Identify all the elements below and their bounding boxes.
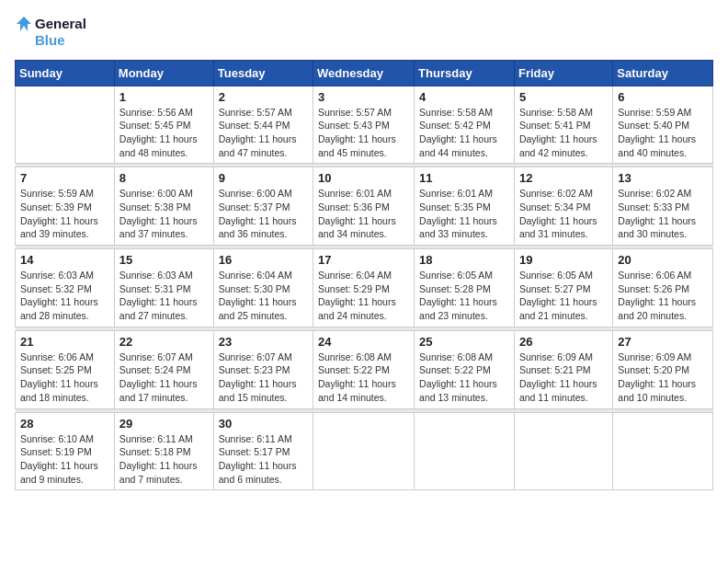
- day-info: Sunrise: 6:07 AMSunset: 5:24 PMDaylight:…: [119, 350, 209, 405]
- calendar-week-2: 7Sunrise: 5:59 AMSunset: 5:39 PMDaylight…: [16, 167, 713, 246]
- page-header: General Blue: [15, 15, 713, 49]
- day-info: Sunrise: 5:57 AMSunset: 5:44 PMDaylight:…: [219, 106, 308, 160]
- calendar-cell: 5Sunrise: 5:58 AMSunset: 5:41 PMDaylight…: [514, 86, 612, 164]
- day-info: Sunrise: 6:08 AMSunset: 5:22 PMDaylight:…: [318, 350, 409, 405]
- day-number: 13: [618, 171, 708, 185]
- day-info: Sunrise: 5:59 AMSunset: 5:39 PMDaylight:…: [20, 187, 109, 241]
- calendar-cell: 19Sunrise: 6:05 AMSunset: 5:27 PMDayligh…: [514, 249, 612, 327]
- header-day-wednesday: Wednesday: [313, 60, 415, 86]
- day-info: Sunrise: 5:59 AMSunset: 5:40 PMDaylight:…: [618, 106, 708, 160]
- calendar-week-4: 21Sunrise: 6:06 AMSunset: 5:25 PMDayligh…: [16, 330, 713, 408]
- calendar-week-5: 28Sunrise: 6:10 AMSunset: 5:19 PMDayligh…: [16, 412, 713, 490]
- day-number: 3: [318, 90, 409, 104]
- day-info: Sunrise: 6:04 AMSunset: 5:30 PMDaylight:…: [219, 269, 308, 323]
- calendar-cell: 18Sunrise: 6:05 AMSunset: 5:28 PMDayligh…: [415, 249, 515, 327]
- calendar-cell: 6Sunrise: 5:59 AMSunset: 5:40 PMDaylight…: [613, 86, 713, 164]
- day-number: 5: [519, 90, 608, 104]
- day-info: Sunrise: 5:56 AMSunset: 5:45 PMDaylight:…: [119, 106, 209, 160]
- calendar-cell: 3Sunrise: 5:57 AMSunset: 5:43 PMDaylight…: [313, 86, 415, 164]
- day-number: 1: [119, 90, 209, 104]
- day-number: 27: [618, 335, 708, 349]
- calendar-cell: 20Sunrise: 6:06 AMSunset: 5:26 PMDayligh…: [613, 249, 713, 327]
- day-info: Sunrise: 6:02 AMSunset: 5:33 PMDaylight:…: [618, 187, 708, 241]
- day-info: Sunrise: 6:11 AMSunset: 5:17 PMDaylight:…: [219, 432, 308, 487]
- day-info: Sunrise: 6:06 AMSunset: 5:26 PMDaylight:…: [618, 269, 708, 323]
- day-number: 19: [519, 253, 608, 267]
- day-number: 15: [119, 253, 209, 267]
- day-info: Sunrise: 6:01 AMSunset: 5:36 PMDaylight:…: [318, 187, 409, 241]
- calendar-cell: 24Sunrise: 6:08 AMSunset: 5:22 PMDayligh…: [313, 330, 415, 408]
- calendar-cell: 22Sunrise: 6:07 AMSunset: 5:24 PMDayligh…: [114, 330, 213, 408]
- calendar-cell: [514, 412, 612, 490]
- calendar-cell: 12Sunrise: 6:02 AMSunset: 5:34 PMDayligh…: [514, 167, 612, 246]
- logo: General Blue: [15, 15, 86, 49]
- svg-marker-0: [17, 17, 31, 31]
- calendar-cell: 21Sunrise: 6:06 AMSunset: 5:25 PMDayligh…: [16, 330, 115, 408]
- calendar-cell: 23Sunrise: 6:07 AMSunset: 5:23 PMDayligh…: [213, 330, 313, 408]
- logo-container: General Blue: [15, 15, 86, 49]
- day-number: 29: [119, 417, 209, 431]
- day-number: 24: [318, 335, 409, 349]
- calendar-cell: 14Sunrise: 6:03 AMSunset: 5:32 PMDayligh…: [16, 249, 115, 327]
- calendar-cell: [415, 412, 515, 490]
- day-number: 25: [419, 335, 509, 349]
- calendar-cell: 16Sunrise: 6:04 AMSunset: 5:30 PMDayligh…: [213, 249, 313, 327]
- calendar-cell: 1Sunrise: 5:56 AMSunset: 5:45 PMDaylight…: [114, 86, 213, 164]
- day-info: Sunrise: 6:08 AMSunset: 5:22 PMDaylight:…: [419, 350, 509, 405]
- logo-bird-icon: [15, 15, 33, 33]
- calendar-cell: 9Sunrise: 6:00 AMSunset: 5:37 PMDaylight…: [213, 167, 313, 246]
- calendar-cell: [16, 86, 115, 164]
- day-info: Sunrise: 6:01 AMSunset: 5:35 PMDaylight:…: [419, 187, 509, 241]
- day-info: Sunrise: 6:05 AMSunset: 5:28 PMDaylight:…: [419, 269, 509, 323]
- day-number: 22: [119, 335, 209, 349]
- day-number: 8: [119, 171, 209, 185]
- day-info: Sunrise: 6:09 AMSunset: 5:20 PMDaylight:…: [618, 350, 708, 405]
- day-number: 20: [618, 253, 708, 267]
- day-info: Sunrise: 6:00 AMSunset: 5:38 PMDaylight:…: [119, 187, 209, 241]
- calendar-cell: 7Sunrise: 5:59 AMSunset: 5:39 PMDaylight…: [16, 167, 115, 246]
- calendar-cell: 10Sunrise: 6:01 AMSunset: 5:36 PMDayligh…: [313, 167, 415, 246]
- calendar-cell: [313, 412, 415, 490]
- calendar-cell: 25Sunrise: 6:08 AMSunset: 5:22 PMDayligh…: [415, 330, 515, 408]
- logo-general: General: [35, 17, 86, 32]
- day-number: 7: [20, 171, 109, 185]
- header-day-thursday: Thursday: [415, 60, 515, 86]
- header-day-saturday: Saturday: [613, 60, 713, 86]
- calendar-cell: 4Sunrise: 5:58 AMSunset: 5:42 PMDaylight…: [415, 86, 515, 164]
- day-info: Sunrise: 6:11 AMSunset: 5:18 PMDaylight:…: [119, 432, 209, 487]
- day-number: 21: [20, 335, 109, 349]
- day-info: Sunrise: 6:02 AMSunset: 5:34 PMDaylight:…: [519, 187, 608, 241]
- calendar-cell: 17Sunrise: 6:04 AMSunset: 5:29 PMDayligh…: [313, 249, 415, 327]
- day-number: 10: [318, 171, 409, 185]
- logo-blue: Blue: [35, 33, 86, 49]
- day-number: 26: [519, 335, 608, 349]
- day-number: 17: [318, 253, 409, 267]
- header-day-sunday: Sunday: [16, 60, 115, 86]
- day-number: 2: [219, 90, 308, 104]
- day-info: Sunrise: 6:06 AMSunset: 5:25 PMDaylight:…: [20, 350, 109, 405]
- day-info: Sunrise: 6:05 AMSunset: 5:27 PMDaylight:…: [519, 269, 608, 323]
- header-day-tuesday: Tuesday: [213, 60, 313, 86]
- calendar-cell: 11Sunrise: 6:01 AMSunset: 5:35 PMDayligh…: [415, 167, 515, 246]
- calendar-cell: 26Sunrise: 6:09 AMSunset: 5:21 PMDayligh…: [514, 330, 612, 408]
- calendar-cell: 27Sunrise: 6:09 AMSunset: 5:20 PMDayligh…: [613, 330, 713, 408]
- day-number: 30: [219, 417, 308, 431]
- day-number: 23: [219, 335, 308, 349]
- day-number: 28: [20, 417, 109, 431]
- day-info: Sunrise: 6:03 AMSunset: 5:32 PMDaylight:…: [20, 269, 109, 323]
- day-number: 14: [20, 253, 109, 267]
- calendar-cell: 8Sunrise: 6:00 AMSunset: 5:38 PMDaylight…: [114, 167, 213, 246]
- calendar-cell: 30Sunrise: 6:11 AMSunset: 5:17 PMDayligh…: [213, 412, 313, 490]
- calendar-cell: 13Sunrise: 6:02 AMSunset: 5:33 PMDayligh…: [613, 167, 713, 246]
- day-info: Sunrise: 6:10 AMSunset: 5:19 PMDaylight:…: [20, 432, 109, 487]
- calendar-cell: 2Sunrise: 5:57 AMSunset: 5:44 PMDaylight…: [213, 86, 313, 164]
- day-info: Sunrise: 5:57 AMSunset: 5:43 PMDaylight:…: [318, 106, 409, 160]
- calendar-table: SundayMondayTuesdayWednesdayThursdayFrid…: [15, 60, 713, 491]
- day-number: 16: [219, 253, 308, 267]
- day-info: Sunrise: 6:07 AMSunset: 5:23 PMDaylight:…: [219, 350, 308, 405]
- calendar-week-1: 1Sunrise: 5:56 AMSunset: 5:45 PMDaylight…: [16, 86, 713, 164]
- calendar-cell: 15Sunrise: 6:03 AMSunset: 5:31 PMDayligh…: [114, 249, 213, 327]
- day-number: 4: [419, 90, 509, 104]
- calendar-cell: [613, 412, 713, 490]
- day-number: 18: [419, 253, 509, 267]
